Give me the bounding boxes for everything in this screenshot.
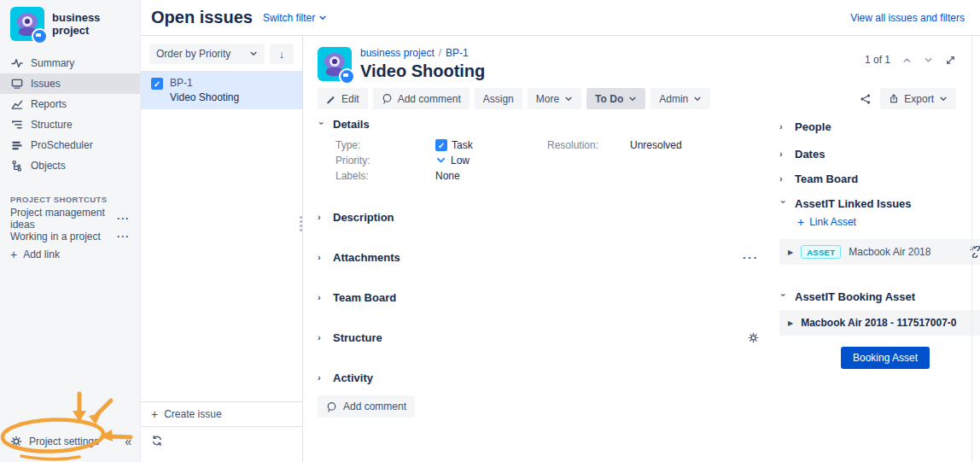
resolution-label: Resolution: [547, 139, 630, 151]
add-comment-footer-button[interactable]: Add comment [318, 395, 415, 418]
shortcuts-header: PROJECT SHORTCUTS [10, 195, 130, 204]
arrow-down-icon: ↓ [279, 48, 285, 61]
sidebar-item-summary[interactable]: Summary [0, 53, 140, 73]
chevron-collapsed-icon: › [318, 212, 325, 222]
project-header: business project [0, 0, 140, 50]
chevron-down-icon [628, 95, 637, 103]
plus-icon: + [797, 216, 804, 228]
switch-filter-button[interactable]: Switch filter [263, 12, 327, 24]
admin-menu-button[interactable]: Admin [650, 88, 710, 109]
share-icon[interactable] [860, 93, 872, 105]
sidebar-item-proscheduler[interactable]: ProScheduler [0, 135, 140, 155]
sidebar-item-label: Objects [31, 160, 66, 172]
shortcut-project-management-ideas[interactable]: Project management ideas ··· [0, 209, 140, 227]
chevron-down-icon [249, 50, 258, 58]
create-issue-button[interactable]: + Create issue [141, 401, 302, 426]
panel-resize-handle[interactable] [300, 216, 302, 231]
sidebar-item-structure[interactable]: Structure [0, 114, 140, 135]
section-assetit-linked-issues[interactable]: › AssetIT Linked Issues [779, 196, 980, 210]
edit-label: Edit [341, 93, 359, 105]
assign-button[interactable]: Assign [475, 88, 522, 109]
breadcrumb-issue-link[interactable]: BP-1 [446, 47, 469, 59]
section-activity[interactable]: › Activity [318, 371, 759, 384]
add-comment-button[interactable]: Add comment [373, 88, 470, 109]
admin-label: Admin [659, 93, 688, 105]
section-team-board-right[interactable]: › Team Board [779, 172, 980, 185]
section-label: AssetIT Booking Asset [795, 290, 915, 303]
structure-settings-gear-icon[interactable] [748, 332, 759, 343]
section-people[interactable]: › People [779, 120, 980, 133]
shortcut-label: Working in a project [10, 231, 101, 243]
section-description[interactable]: › Description [318, 210, 759, 224]
proscheduler-icon [10, 139, 23, 151]
expand-icon[interactable] [945, 55, 956, 66]
comment-icon [382, 93, 393, 104]
chevron-down-icon[interactable] [924, 56, 933, 65]
detail-right-column: › People › Dates › Team Board › AssetIT … [779, 113, 980, 418]
project-sidebar: business project Summary Issues Reports [0, 0, 141, 462]
sidebar-item-reports[interactable]: Reports [0, 94, 140, 114]
edit-button[interactable]: Edit [318, 88, 368, 109]
summary-icon [10, 57, 23, 69]
breadcrumb: business project / BP-1 [360, 47, 485, 59]
link-asset-label: Link Asset [809, 216, 856, 228]
section-attachments[interactable]: › Attachments ··· [318, 250, 759, 264]
add-link-button[interactable]: + Add link [0, 245, 140, 264]
section-structure[interactable]: › Structure [318, 330, 759, 344]
type-value: ✓ Task [435, 138, 473, 151]
issue-list-item[interactable]: ✓ BP-1 Video Shooting [141, 71, 302, 109]
breadcrumb-separator: / [439, 47, 441, 59]
sidebar-item-label: Reports [31, 98, 67, 110]
resolution-value: Unresolved [630, 139, 682, 151]
chevron-expanded-icon: › [779, 201, 789, 208]
expand-triangle-icon[interactable]: ▶ [788, 319, 793, 327]
more-menu-button[interactable]: More [528, 88, 581, 109]
shortcut-more-icon[interactable]: ··· [117, 231, 130, 243]
reports-icon [10, 98, 23, 110]
chevron-collapsed-icon: › [779, 149, 787, 159]
section-label: Team Board [333, 291, 396, 304]
type-label: Type: [335, 139, 435, 151]
status-label: To Do [595, 93, 623, 105]
booking-asset-row[interactable]: ▶ Macbook Air 2018 - 117517007-0 [779, 310, 980, 336]
add-comment-label: Add comment [343, 401, 406, 412]
chevron-down-icon [693, 95, 702, 103]
issue-key: BP-1 [170, 77, 239, 89]
section-label: Activity [333, 371, 373, 384]
order-by-value: Order by Priority [156, 48, 230, 60]
booking-asset-button[interactable]: Booking Asset [841, 347, 930, 369]
detail-left-column: › Details Type: ✓ Task Priority: [318, 113, 759, 418]
project-type-badge-icon [32, 28, 48, 44]
chevron-down-icon [939, 95, 948, 103]
sort-direction-button[interactable]: ↓ [270, 44, 294, 64]
link-asset-button[interactable]: + Link Asset [797, 216, 980, 228]
section-assetit-booking-asset[interactable]: › AssetIT Booking Asset [779, 289, 980, 303]
collapse-sidebar-icon[interactable]: « [125, 435, 131, 448]
refresh-icon[interactable] [151, 435, 292, 447]
view-all-issues-link[interactable]: View all issues and filters [850, 12, 965, 24]
section-team-board[interactable]: › Team Board [318, 290, 759, 304]
expand-triangle-icon[interactable]: ▶ [788, 249, 793, 256]
section-label: People [795, 120, 831, 133]
project-settings-label[interactable]: Project settings [29, 436, 99, 447]
sidebar-item-label: ProScheduler [31, 139, 93, 151]
sidebar-item-objects[interactable]: Objects [0, 155, 140, 176]
export-button[interactable]: Export [880, 88, 956, 109]
chevron-collapsed-icon: › [779, 173, 787, 184]
sidebar-item-issues[interactable]: Issues [0, 73, 140, 94]
order-by-select[interactable]: Order by Priority [149, 44, 265, 64]
list-footer [141, 426, 302, 462]
section-dates[interactable]: › Dates [779, 147, 980, 161]
section-details[interactable]: › Details [318, 118, 759, 131]
structure-icon [10, 119, 23, 131]
status-dropdown-button[interactable]: To Do [586, 88, 645, 109]
shortcut-working-in-a-project[interactable]: Working in a project ··· [0, 227, 140, 245]
section-label: Team Board [795, 173, 858, 185]
linked-asset-row[interactable]: ▶ ASSET Macbook Air 2018 [779, 239, 980, 265]
chevron-up-icon[interactable] [902, 56, 912, 65]
issue-list-panel: Order by Priority ↓ ✓ BP-1 Video Shootin… [141, 36, 303, 462]
chevron-collapsed-icon: › [318, 252, 325, 262]
breadcrumb-project-link[interactable]: business project [360, 47, 435, 59]
shortcut-more-icon[interactable]: ··· [117, 213, 130, 225]
attachments-more-icon[interactable]: ··· [743, 251, 759, 264]
